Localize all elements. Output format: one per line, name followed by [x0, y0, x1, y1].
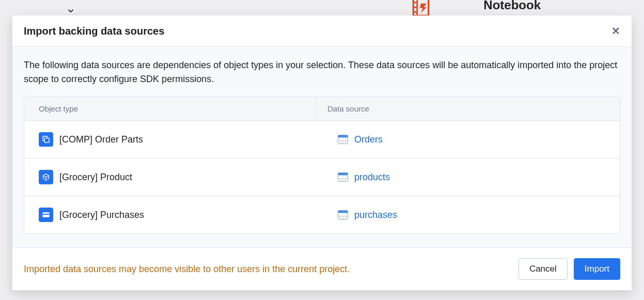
table-icon — [338, 210, 348, 219]
layers-icon — [39, 132, 53, 147]
object-label: [COMP] Order Parts — [59, 134, 143, 145]
table-row: [Grocery] Product products — [24, 159, 620, 196]
warning-text: Imported data sources may become visible… — [24, 264, 350, 275]
cube-icon — [39, 170, 53, 184]
svg-rect-11 — [338, 173, 348, 176]
data-source-cell: purchases — [316, 196, 620, 233]
dependencies-table: Object type Data source [COMP] Order Par… — [24, 97, 620, 234]
dialog-title: Import backing data sources — [24, 25, 164, 37]
notebook-label: Notebook — [483, 0, 541, 12]
column-data-source: Data source — [316, 97, 620, 120]
svg-rect-3 — [44, 138, 49, 143]
table-row: [Grocery] Purchases purchases — [24, 196, 620, 233]
svg-rect-5 — [338, 135, 348, 138]
dialog-body: The following data sources are dependenc… — [12, 47, 632, 247]
object-type-cell: [COMP] Order Parts — [24, 121, 316, 158]
svg-rect-17 — [42, 214, 49, 215]
object-label: [Grocery] Purchases — [59, 210, 144, 220]
object-type-cell: [Grocery] Product — [24, 159, 316, 196]
close-icon[interactable]: ✕ — [611, 25, 620, 37]
object-type-cell: [Grocery] Purchases — [24, 196, 316, 233]
dialog-header: Import backing data sources ✕ — [12, 15, 632, 47]
cancel-button[interactable]: Cancel — [519, 258, 568, 280]
column-object-type: Object type — [24, 97, 316, 120]
data-source-link[interactable]: Orders — [354, 134, 383, 145]
data-source-link[interactable]: products — [354, 172, 390, 183]
svg-marker-1 — [420, 4, 427, 13]
table-header: Object type Data source — [24, 97, 620, 121]
dialog-footer: Imported data sources may become visible… — [12, 247, 632, 290]
data-source-link[interactable]: purchases — [354, 210, 397, 220]
data-source-cell: products — [316, 159, 620, 196]
data-source-cell: Orders — [316, 121, 620, 158]
table-icon — [338, 172, 348, 182]
object-label: [Grocery] Product — [59, 172, 132, 183]
svg-rect-19 — [338, 211, 348, 213]
table-icon — [338, 135, 348, 144]
import-button[interactable]: Import — [574, 258, 620, 280]
dialog-description: The following data sources are dependenc… — [24, 58, 620, 86]
table-row: [COMP] Order Parts Orders — [24, 121, 620, 159]
footer-buttons: Cancel Import — [519, 258, 620, 280]
card-icon — [39, 208, 53, 222]
import-dialog: Import backing data sources ✕ The follow… — [12, 15, 632, 290]
